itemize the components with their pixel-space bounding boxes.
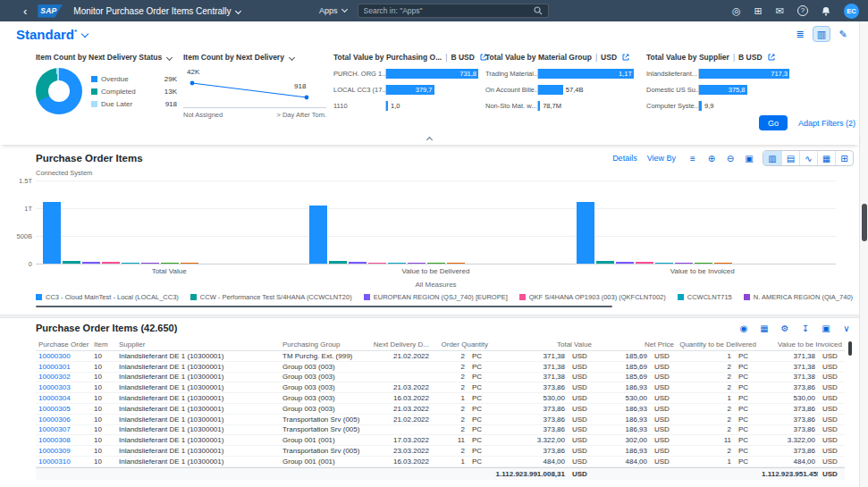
app-title[interactable]: Monitor Purchase Order Items Centrally bbox=[73, 6, 231, 16]
open-in-new-icon[interactable] bbox=[768, 54, 775, 61]
filter-card-title[interactable]: Total Value by Purchasing O...B USD bbox=[333, 51, 478, 63]
open-in-new-icon[interactable] bbox=[622, 54, 629, 61]
column-chart-icon[interactable]: ▤ bbox=[781, 151, 799, 165]
kpi-bar-row[interactable]: Computer Syste...9,9 bbox=[646, 100, 789, 111]
kpi-bar-row[interactable]: Trading Material...1,1T bbox=[485, 68, 634, 79]
filter-card-title[interactable]: Item Count by Next Delivery bbox=[183, 51, 326, 63]
search-input[interactable] bbox=[364, 6, 534, 15]
view-by-link[interactable]: View By bbox=[647, 154, 676, 163]
po-number-link[interactable]: 10000310 bbox=[36, 458, 91, 466]
col-item[interactable]: Item bbox=[91, 340, 116, 348]
table-row[interactable]: 1000030810Inlandslieferant DE 1 (1030000… bbox=[36, 435, 845, 446]
chart-bar[interactable] bbox=[388, 263, 406, 264]
legend-icon[interactable]: ≡ bbox=[686, 151, 700, 165]
notifications-icon[interactable] bbox=[822, 6, 830, 16]
filter-card-title[interactable]: Total Value by Material GroupUSD bbox=[485, 51, 634, 63]
settings-icon[interactable]: ⚙ bbox=[778, 321, 792, 335]
search-icon[interactable] bbox=[534, 6, 543, 15]
table-row[interactable]: 1000030110Inlandslieferant DE 1 (1030000… bbox=[36, 362, 845, 373]
filter-card-title[interactable]: Total Value by SupplierB USD bbox=[646, 51, 789, 63]
back-icon[interactable]: ‹ bbox=[23, 5, 27, 17]
combo-chart-icon[interactable]: ▦ bbox=[817, 151, 835, 165]
legend-scrollbar[interactable] bbox=[36, 306, 612, 307]
line-chart-icon[interactable]: ∿ bbox=[799, 151, 817, 165]
kpi-bar-row[interactable]: Non-Sto Mat. w...78,7M bbox=[485, 100, 634, 111]
next-delivery-line-chart[interactable] bbox=[183, 75, 317, 105]
zoom-out-icon[interactable]: ⊖ bbox=[723, 151, 737, 165]
po-number-link[interactable]: 10000303 bbox=[36, 383, 91, 391]
table-row[interactable]: 1000030610Inlandslieferant DE 1 (1030000… bbox=[36, 415, 845, 425]
chart-bar[interactable] bbox=[82, 262, 100, 264]
columns-icon[interactable]: ▦ bbox=[757, 321, 771, 335]
variant-selector[interactable]: Standard* bbox=[16, 27, 88, 42]
chart-bar[interactable] bbox=[161, 263, 179, 264]
chart-bar[interactable] bbox=[63, 261, 80, 264]
chart-bar[interactable] bbox=[141, 263, 159, 264]
col-purchase-order[interactable]: Purchase Order bbox=[36, 340, 91, 348]
chart-bar[interactable] bbox=[102, 262, 120, 264]
chart-bar[interactable] bbox=[329, 261, 347, 264]
table-scrollbar[interactable] bbox=[848, 341, 852, 356]
col-net-price[interactable]: Net Price bbox=[594, 340, 677, 348]
table-row[interactable]: 1000030010Inlandslieferant DE 1 (1030000… bbox=[36, 351, 845, 362]
bar-chart-icon[interactable]: ▥ bbox=[763, 151, 781, 165]
col-next-delivery[interactable]: Next Delivery D... bbox=[366, 340, 432, 348]
chart-legend-item[interactable]: CC3 - Cloud MainTest - Local (LOCAL_CC3) bbox=[36, 293, 179, 301]
po-number-link[interactable]: 10000308 bbox=[36, 436, 91, 444]
table-row[interactable]: 1000030510Inlandslieferant DE 1 (1030000… bbox=[36, 404, 845, 415]
table-row[interactable]: 1000030710Inlandslieferant DE 1 (1030000… bbox=[36, 425, 845, 436]
export-icon[interactable]: ↧ bbox=[798, 321, 813, 335]
kpi-legend-item[interactable]: Completed13K bbox=[91, 88, 177, 96]
kpi-bar-row[interactable]: LOCAL CC3 (17...379,7 bbox=[333, 84, 478, 95]
page-scrollbar-thumb[interactable] bbox=[862, 204, 867, 241]
menu-down-icon[interactable]: ∨ bbox=[839, 321, 854, 335]
chart-bar[interactable] bbox=[447, 263, 465, 264]
chevron-up-icon[interactable] bbox=[426, 137, 433, 143]
chart-legend-item[interactable]: QKF S/4HANA OP1903 (003) (QKFCLNT002) bbox=[519, 293, 666, 301]
col-value-to-be-invoiced[interactable]: Value to be Invoiced bbox=[759, 340, 845, 348]
chart-bar[interactable] bbox=[655, 263, 673, 264]
chart-legend-item[interactable]: N. AMERICA REGION (QIA_740) (NORTHAM) bbox=[744, 293, 854, 301]
col-order-quantity[interactable]: Order Quantity bbox=[432, 340, 491, 348]
apps-dropdown[interactable]: Apps bbox=[319, 6, 347, 15]
kpi-bar-row[interactable]: PURCH. ORG 1...731,8 bbox=[333, 68, 478, 79]
table-row[interactable]: 1000030310Inlandslieferant DE 1 (1030000… bbox=[36, 382, 845, 393]
po-number-link[interactable]: 10000306 bbox=[36, 416, 91, 424]
chart-bar[interactable] bbox=[695, 263, 712, 264]
chart-bar[interactable] bbox=[349, 262, 367, 264]
col-purchasing-group[interactable]: Purchasing Group bbox=[280, 340, 366, 348]
chart-bar[interactable] bbox=[408, 263, 426, 264]
po-number-link[interactable]: 10000305 bbox=[36, 405, 91, 413]
maximize-icon[interactable]: ▣ bbox=[742, 151, 756, 165]
eye-icon[interactable]: ◉ bbox=[737, 321, 751, 335]
po-number-link[interactable]: 10000307 bbox=[36, 425, 91, 433]
feedback-icon[interactable]: ✉ bbox=[776, 6, 784, 16]
page-scrollbar[interactable] bbox=[859, 21, 868, 487]
po-number-link[interactable]: 10000304 bbox=[36, 394, 91, 402]
table-row[interactable]: 1000030210Inlandslieferant DE 1 (1030000… bbox=[36, 373, 845, 383]
table-row[interactable]: 1000030910Inlandslieferant DE 1 (1030000… bbox=[36, 446, 845, 457]
zoom-in-icon[interactable]: ⊕ bbox=[704, 151, 719, 165]
chart-view-icon[interactable]: ▥ bbox=[813, 26, 830, 42]
details-link[interactable]: Details bbox=[612, 154, 637, 163]
chart-bar[interactable] bbox=[577, 202, 594, 264]
chart-legend-item[interactable]: CCWCLNT715 bbox=[678, 293, 732, 301]
kpi-legend-item[interactable]: Overdue29K bbox=[91, 75, 177, 83]
chart-bar[interactable] bbox=[675, 263, 693, 264]
kpi-bar-row[interactable]: Inlandslieferant...717,3 bbox=[646, 68, 789, 79]
po-number-link[interactable]: 10000300 bbox=[36, 352, 91, 360]
chart-bar[interactable] bbox=[427, 263, 445, 264]
kpi-bar-row[interactable]: 11101,0 bbox=[333, 100, 478, 111]
avatar[interactable]: EC bbox=[844, 4, 859, 19]
po-number-link[interactable]: 10000309 bbox=[36, 447, 91, 455]
kpi-bar-row[interactable]: On Account Bille...57,4B bbox=[485, 84, 634, 95]
chart-bar[interactable] bbox=[43, 202, 61, 264]
chart-legend-item[interactable]: EUROPEAN REGION (QSJ_740) [EUROPE] bbox=[364, 293, 508, 301]
table-icon[interactable]: ⊞ bbox=[835, 151, 853, 165]
col-total-value[interactable]: Total Value bbox=[491, 340, 594, 348]
delivery-status-donut[interactable] bbox=[36, 68, 82, 114]
chart-bar[interactable] bbox=[596, 261, 614, 264]
help-icon[interactable]: ? bbox=[797, 5, 808, 16]
col-supplier[interactable]: Supplier bbox=[116, 340, 280, 348]
po-number-link[interactable]: 10000302 bbox=[36, 373, 91, 381]
